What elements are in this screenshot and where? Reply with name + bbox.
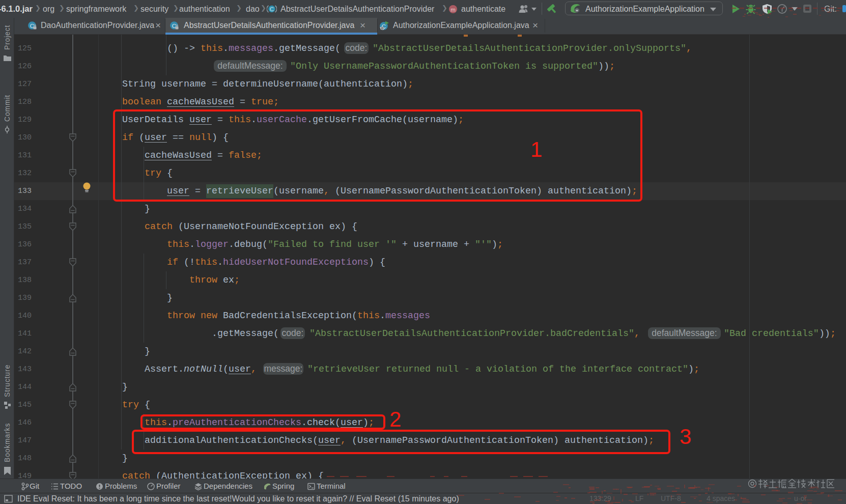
svg-text:C: C xyxy=(270,6,274,12)
svg-text:m: m xyxy=(450,7,456,13)
